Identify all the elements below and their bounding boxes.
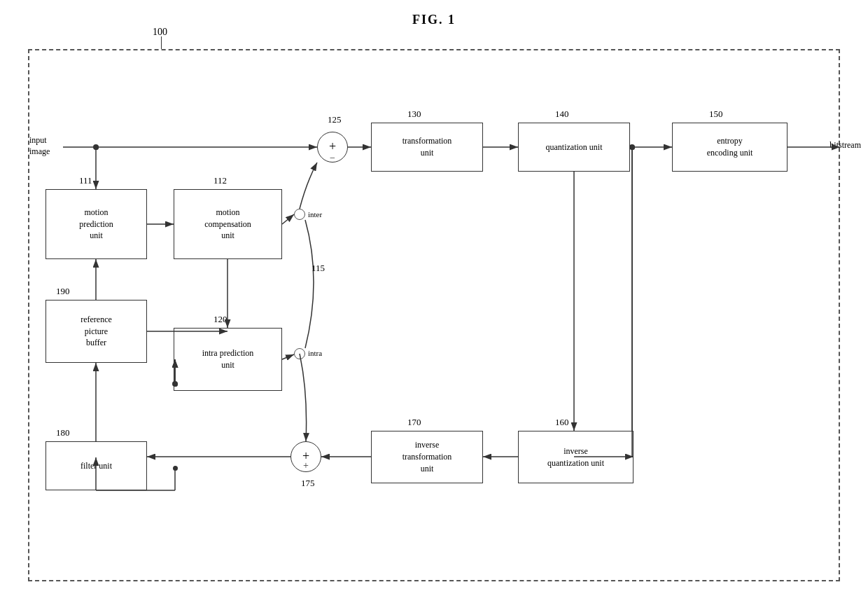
motion-compensation-unit: motioncompensationunit	[174, 189, 282, 259]
junction-dot-bottom-left	[173, 382, 178, 387]
label-100: 100	[153, 27, 167, 38]
motion-prediction-label: motionpredictionunit	[79, 207, 113, 242]
minus-sign-125: −	[317, 153, 348, 164]
entropy-encoding-label: entropyencoding unit	[707, 135, 753, 159]
switch-inter-circle	[294, 209, 305, 220]
ref-175: 175	[301, 478, 315, 489]
ref-150: 150	[709, 109, 723, 120]
page: { "title": "FIG. 1", "label_100": "100",…	[0, 0, 868, 601]
inter-label: inter	[308, 210, 322, 219]
ref-125: 125	[328, 114, 342, 125]
ref-120: 120	[214, 314, 227, 325]
ref-180: 180	[56, 427, 70, 438]
ref-130: 130	[407, 109, 421, 120]
quantization-unit: quantization unit	[518, 123, 630, 172]
intra-prediction-unit: intra predictionunit	[174, 328, 282, 391]
ref-170: 170	[407, 417, 421, 428]
inverse-transformation-unit: inversetransformationunit	[371, 431, 483, 483]
motion-compensation-label: motioncompensationunit	[204, 207, 251, 242]
quantization-label: quantization unit	[546, 141, 603, 153]
junction-dot-filter-intra	[173, 466, 178, 471]
plus-sign-175-right: +	[290, 460, 321, 471]
filter-unit-label: filter unit	[80, 460, 112, 472]
label-100-line	[161, 36, 162, 49]
junction-dot-input	[94, 145, 99, 150]
intra-prediction-label: intra predictionunit	[202, 347, 254, 371]
ref-190: 190	[56, 286, 70, 297]
figure-title: FIG. 1	[0, 13, 868, 27]
reference-picture-buffer: referencepicturebuffer	[46, 300, 147, 363]
sum-symbol-125: +	[329, 139, 336, 154]
transformation-label: transformationunit	[402, 135, 452, 159]
ref-115: 115	[312, 263, 325, 274]
reference-picture-label: referencepicturebuffer	[80, 314, 112, 349]
inverse-transformation-label: inversetransformationunit	[402, 439, 452, 474]
input-image-label: inputimage	[29, 135, 50, 157]
ref-160: 160	[555, 417, 569, 428]
filter-unit: filter unit	[46, 441, 147, 490]
ref-140: 140	[555, 109, 569, 120]
ref-112: 112	[214, 175, 227, 186]
motion-prediction-unit: motionpredictionunit	[46, 189, 147, 259]
transformation-unit: transformationunit	[371, 123, 483, 172]
entropy-encoding-unit: entropyencoding unit	[672, 123, 788, 172]
intra-label: intra	[308, 349, 322, 357]
ref-111: 111	[79, 175, 92, 186]
bitstream-label: bitstream	[830, 140, 861, 151]
inverse-quantization-unit: inversequantization unit	[518, 431, 634, 483]
inverse-quantization-label: inversequantization unit	[547, 445, 604, 469]
junction-dot-quant-entropy	[630, 145, 635, 150]
switch-intra-circle	[294, 348, 305, 359]
